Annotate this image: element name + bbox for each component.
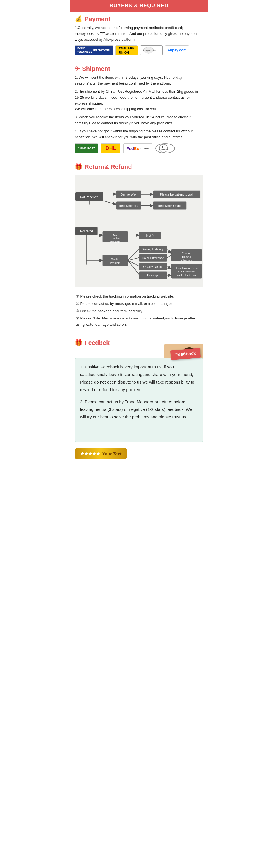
shipment-icon: ✈: [75, 65, 80, 72]
payment-logos: BANKTRANSFERINTERNATIONAL WESTERNUNION m…: [75, 45, 203, 55]
stars: ★★★★★: [80, 451, 100, 456]
dhl-logo: DHL: [101, 143, 120, 153]
svg-text:Discount: Discount: [181, 259, 192, 262]
return-refund-section: 🎁 Return& Refund Not Received On the Way…: [70, 159, 208, 333]
gold-star-banner: ★★★★★ Your Text: [75, 448, 127, 459]
svg-text:Please be patient to wait: Please be patient to wait: [160, 193, 194, 196]
svg-text:Color Difference: Color Difference: [142, 256, 164, 260]
note-3: ③ Check the package and Item, carefully.: [75, 308, 203, 314]
svg-text:Received/Lost: Received/Lost: [119, 204, 138, 207]
svg-text:Wrong Delivery: Wrong Delivery: [143, 248, 164, 251]
svg-text:Problem: Problem: [110, 261, 120, 265]
feedback-content-box: 1. Positive Feedback is very important t…: [75, 358, 203, 442]
feedback-section: 🎁 Feedbck Feedback Feedbac: [70, 335, 208, 467]
return-icon: 🎁: [75, 163, 82, 170]
svg-text:Damage: Damage: [147, 274, 159, 277]
note-4: ④ Please Note: Men made defects are not …: [75, 315, 203, 328]
courier-logos: CHINA POST DHL FedEx Express SF EXPRESS: [75, 143, 203, 153]
shipment-title: ✈ Shipment: [75, 65, 203, 72]
svg-text:Problem: Problem: [110, 240, 120, 243]
payment-body: 1.Generally, we accept the following pay…: [75, 25, 203, 55]
flowchart-container: Not Received On the Way Please be patien…: [75, 173, 203, 290]
western-union-logo: WESTERNUNION: [115, 45, 138, 55]
svg-text:Not fit: Not fit: [146, 234, 154, 237]
svg-text:requirements you: requirements you: [177, 270, 196, 273]
return-notes: ① Please check the tracking information …: [75, 293, 203, 328]
svg-text:Resend: Resend: [182, 251, 191, 255]
alipay-logo: Alipay.com: [165, 45, 189, 55]
gold-banner-container: ★★★★★ Your Text: [75, 445, 203, 462]
svg-text:Received/Refund: Received/Refund: [158, 204, 182, 207]
svg-text:moneybookers: moneybookers: [143, 50, 155, 52]
china-post-logo: CHINA POST: [75, 143, 98, 153]
header-title: BUYERS & REQUIRED: [109, 3, 169, 8]
feedback-wrapper: Feedback Feedback 1. Positive Feedback i…: [75, 358, 203, 442]
flowchart-svg: Not Received On the Way Please be patien…: [75, 175, 203, 287]
note-2: ② Please contact us by meesage, e-mail, …: [75, 301, 203, 307]
note-1: ① Please check the tracking information …: [75, 293, 203, 300]
feedback-paragraph-1: 1. Positive Feedback is very important t…: [80, 363, 198, 393]
banner-text: Your Text: [102, 451, 121, 456]
moneybookers-logo: moneybookers: [140, 45, 163, 55]
svg-text:Quality: Quality: [111, 237, 119, 240]
bank-transfer-logo: BANKTRANSFERINTERNATIONAL: [75, 45, 113, 55]
svg-text:SF: SF: [162, 145, 165, 148]
svg-text:Not: Not: [113, 234, 118, 237]
return-refund-title: 🎁 Return& Refund: [75, 163, 203, 170]
payment-icon: 💰: [75, 16, 82, 23]
svg-text:could also tell us: could also tell us: [177, 274, 196, 277]
header-bar: BUYERS & REQUIRED: [70, 0, 208, 11]
svg-text:Quality Defect: Quality Defect: [143, 265, 163, 268]
feedback-icon: 🎁: [75, 339, 82, 346]
svg-text:On the Way: On the Way: [120, 193, 137, 196]
feedback-paragraph-2: 2. Please contact us by Trade Manager or…: [80, 398, 198, 421]
svg-text:EXPRESS: EXPRESS: [159, 149, 168, 151]
sf-express-logo: SF EXPRESS: [155, 143, 175, 153]
svg-text:Refund: Refund: [182, 255, 191, 258]
svg-text:If you have any else: If you have any else: [175, 267, 198, 270]
payment-title: 💰 Payment: [75, 16, 203, 23]
shipment-section: ✈ Shipment 1. We will sent the items wit…: [70, 61, 208, 157]
payment-section: 💰 Payment 1.Generally, we accept the fol…: [70, 11, 208, 59]
fedex-logo: FedEx Express: [123, 143, 152, 153]
shipment-body: 1. We will sent the items within 2-5days…: [75, 75, 203, 140]
svg-text:Quality: Quality: [111, 257, 119, 260]
